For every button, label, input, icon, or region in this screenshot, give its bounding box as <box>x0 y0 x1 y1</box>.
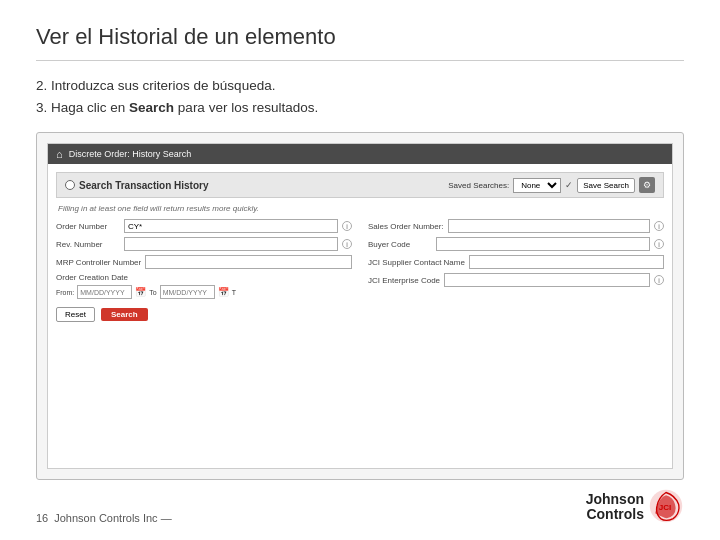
jci-enterprise-input[interactable] <box>444 273 650 287</box>
checkmark-icon: ✓ <box>565 180 573 190</box>
rev-number-label: Rev. Number <box>56 240 120 249</box>
order-number-input[interactable] <box>124 219 338 233</box>
inner-app: ⌂ Discrete Order: History Search Search … <box>47 143 673 469</box>
svg-text:JCI: JCI <box>659 503 672 512</box>
saved-search-label: Saved Searches: <box>448 181 509 190</box>
date-row: Order Creation Date From: 📅 To 📅 T <box>56 273 352 299</box>
brand-name2: Controls <box>586 507 644 521</box>
saved-search-select[interactable]: None <box>513 178 561 193</box>
sales-order-info-icon[interactable]: i <box>654 221 664 231</box>
mrp-controller-input[interactable] <box>145 255 352 269</box>
instruction-2: 2. Introduzca sus criterios de búsqueda. <box>36 75 684 97</box>
inner-body: Search Transaction History Saved Searche… <box>48 164 672 330</box>
search-header-left: Search Transaction History <box>65 180 209 191</box>
sales-order-input[interactable] <box>448 219 650 233</box>
home-icon: ⌂ <box>56 148 63 160</box>
inner-breadcrumb: Discrete Order: History Search <box>69 149 192 159</box>
jci-logo-icon: JCI <box>648 488 684 524</box>
order-number-row: Order Number i <box>56 219 352 233</box>
search-section-label: Search Transaction History <box>79 180 209 191</box>
buyer-code-input[interactable] <box>436 237 650 251</box>
mrp-controller-label: MRP Controller Number <box>56 258 141 267</box>
order-number-label: Order Number <box>56 222 120 231</box>
page-container: Ver el Historial de un elemento 2. Intro… <box>0 0 720 540</box>
date-label: Order Creation Date <box>56 273 128 282</box>
left-column: Order Number i Rev. Number i MRP Con <box>56 219 352 299</box>
jci-enterprise-label: JCI Enterprise Code <box>368 276 440 285</box>
date-to-input[interactable] <box>160 285 215 299</box>
sales-order-row: Sales Order Number: i <box>368 219 664 233</box>
search-header-row: Search Transaction History Saved Searche… <box>56 172 664 198</box>
supplier-contact-label: JCI Supplier Contact Name <box>368 258 465 267</box>
radio-dot[interactable] <box>65 180 75 190</box>
save-search-button[interactable]: Save Search <box>577 178 635 193</box>
screenshot-panel: ⌂ Discrete Order: History Search Search … <box>36 132 684 480</box>
search-button[interactable]: Search <box>101 308 148 321</box>
to-label: To <box>149 289 156 296</box>
jci-brand: Johnson Controls JCI <box>586 488 684 524</box>
mrp-controller-row: MRP Controller Number <box>56 255 352 269</box>
date-from-row: From: 📅 To 📅 T <box>56 285 352 299</box>
instruction-3: 3. Haga clic en Search para ver los resu… <box>36 97 684 119</box>
buyer-code-info-icon[interactable]: i <box>654 239 664 249</box>
rev-number-input[interactable] <box>124 237 338 251</box>
hint-text: Filling in at least one field will retur… <box>56 204 664 213</box>
page-title: Ver el Historial de un elemento <box>36 24 684 50</box>
divider <box>36 60 684 61</box>
instructions: 2. Introduzca sus criterios de búsqueda.… <box>36 75 684 118</box>
jci-enterprise-row: JCI Enterprise Code i <box>368 273 664 287</box>
calendar-from-icon[interactable]: 📅 <box>135 287 146 297</box>
reset-button[interactable]: Reset <box>56 307 95 322</box>
gear-icon[interactable]: ⚙ <box>639 177 655 193</box>
search-header-right: Saved Searches: None ✓ Save Search ⚙ <box>448 177 655 193</box>
page-footer: 16 Johnson Controls Inc — Johnson Contro… <box>36 480 684 524</box>
supplier-contact-row: JCI Supplier Contact Name <box>368 255 664 269</box>
date-extra: T <box>232 289 236 296</box>
calendar-to-icon[interactable]: 📅 <box>218 287 229 297</box>
right-column: Sales Order Number: i Buyer Code i J <box>368 219 664 299</box>
form-grid: Order Number i Rev. Number i MRP Con <box>56 219 664 299</box>
inner-app-header: ⌂ Discrete Order: History Search <box>48 144 672 164</box>
btn-row: Reset Search <box>56 307 664 322</box>
rev-number-info-icon[interactable]: i <box>342 239 352 249</box>
date-from-input[interactable] <box>77 285 132 299</box>
buyer-code-row: Buyer Code i <box>368 237 664 251</box>
date-label-row: Order Creation Date <box>56 273 352 282</box>
supplier-contact-input[interactable] <box>469 255 664 269</box>
rev-number-row: Rev. Number i <box>56 237 352 251</box>
brand-name: Johnson <box>586 492 644 506</box>
from-label: From: <box>56 289 74 296</box>
footer-page-number: 16 Johnson Controls Inc — <box>36 512 172 524</box>
jci-logo-text-block: Johnson Controls <box>586 492 644 521</box>
buyer-code-label: Buyer Code <box>368 240 432 249</box>
jci-enterprise-info-icon[interactable]: i <box>654 275 664 285</box>
order-number-info-icon[interactable]: i <box>342 221 352 231</box>
sales-order-label: Sales Order Number: <box>368 222 444 231</box>
